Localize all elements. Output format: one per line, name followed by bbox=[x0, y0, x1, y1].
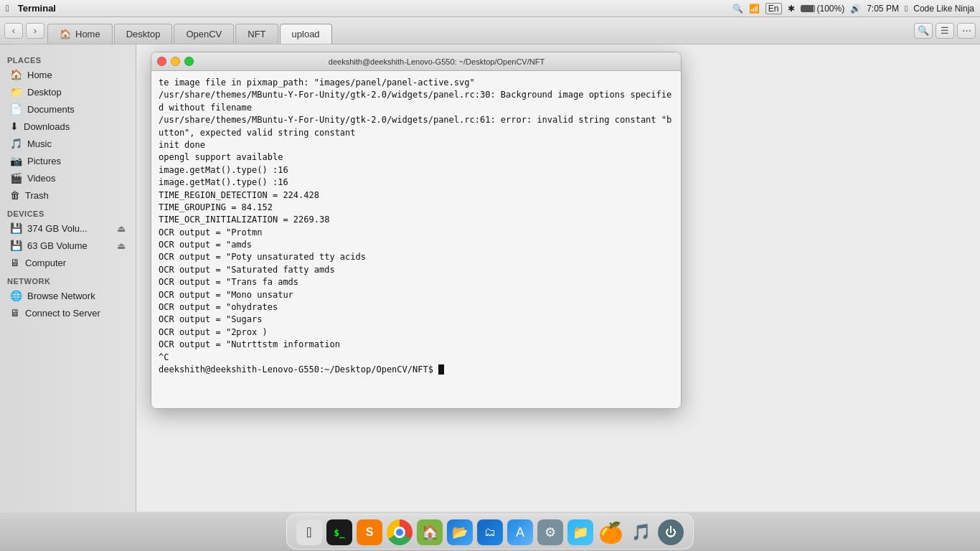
settings-dock-icon: ⚙ bbox=[537, 519, 563, 545]
dock:  $_ S 🏠 📂 🗂 A ⚙ 📁 bbox=[0, 512, 980, 551]
menu-button[interactable]: ☰ bbox=[936, 23, 954, 39]
back-button[interactable]: ‹ bbox=[4, 23, 23, 39]
desktop-icon: 📁 bbox=[10, 86, 22, 98]
sidebar-item-pictures[interactable]: 📷 Pictures bbox=[3, 152, 133, 169]
bluetooth-icon: ✱ bbox=[788, 4, 795, 14]
sidebar-item-device-374[interactable]: 💾 374 GB Volu... ⏏ bbox=[3, 220, 133, 237]
toolbar-actions: 🔍 ☰ ⋯ bbox=[914, 23, 976, 39]
content-area: deekshith@deekshith-Lenovo-G550: ~/Deskt… bbox=[136, 44, 980, 512]
files-dock-icon: 📂 bbox=[447, 519, 473, 545]
folder-dock-icon: 📁 bbox=[567, 519, 593, 545]
terminal-cursor bbox=[438, 364, 444, 375]
dock-home[interactable]: 🏠 bbox=[416, 519, 443, 546]
main-area: Places 🏠 Home 📁 Desktop 📄 Documents ⬇ Do… bbox=[0, 44, 980, 512]
language-indicator[interactable]: En bbox=[765, 3, 782, 14]
clock: 7:05 PM bbox=[867, 4, 899, 14]
terminal-title: deekshith@deekshith-Lenovo-G550: ~/Deskt… bbox=[198, 57, 675, 66]
tab-desktop[interactable]: Desktop bbox=[114, 24, 173, 44]
sidebar-item-computer[interactable]: 🖥 Computer bbox=[3, 254, 133, 271]
downloads-icon: ⬇ bbox=[10, 121, 19, 132]
device-374-icon: 💾 bbox=[10, 222, 22, 234]
grid-button[interactable]: ⋯ bbox=[957, 23, 976, 39]
sidebar: Places 🏠 Home 📁 Desktop 📄 Documents ⬇ Do… bbox=[0, 44, 136, 512]
minimize-button[interactable] bbox=[171, 57, 180, 66]
maximize-button[interactable] bbox=[184, 57, 194, 66]
notes-dock-icon: 🎵 bbox=[628, 519, 654, 545]
terminal-body[interactable]: te image file in pixmap_path: "images/pa… bbox=[151, 71, 681, 408]
sidebar-item-downloads[interactable]: ⬇ Downloads bbox=[3, 118, 133, 135]
menubar:  Terminal 🔍 📶 En ✱ (100%) 🔊 7:05 PM  C… bbox=[0, 0, 980, 17]
browse-network-icon: 🌐 bbox=[10, 290, 22, 301]
sidebar-item-device-63[interactable]: 💾 63 GB Volume ⏏ bbox=[3, 237, 133, 254]
tab-upload[interactable]: upload bbox=[280, 24, 332, 44]
appstore-dock-icon: A bbox=[507, 519, 533, 545]
sublime-dock-icon: S bbox=[357, 519, 382, 545]
app-name[interactable]: Terminal bbox=[18, 3, 56, 14]
volume-icon[interactable]: 🔊 bbox=[850, 4, 861, 14]
forward-button[interactable]: › bbox=[26, 23, 44, 39]
dock-fruit[interactable]: 🍊 bbox=[597, 519, 624, 546]
network-section-label: Network bbox=[0, 274, 136, 287]
eject-63-button[interactable]: ⏏ bbox=[117, 240, 126, 251]
dock-chrome[interactable] bbox=[386, 519, 413, 546]
home-tab-icon: 🏠 bbox=[60, 29, 71, 39]
search-button[interactable]: 🔍 bbox=[914, 23, 933, 39]
sidebar-item-music[interactable]: 🎵 Music bbox=[3, 135, 133, 152]
file-manager-window: ‹ › 🏠 Home Desktop OpenCV NFT upload 🔍 ☰… bbox=[0, 17, 980, 512]
dock-folder[interactable]: 📁 bbox=[567, 519, 594, 546]
terminal-dock-icon: $_ bbox=[326, 519, 352, 545]
sidebar-item-trash[interactable]: 🗑 Trash bbox=[3, 187, 133, 204]
sidebar-item-browse-network[interactable]: 🌐 Browse Network bbox=[3, 287, 133, 304]
terminal-titlebar: deekshith@deekshith-Lenovo-G550: ~/Deskt… bbox=[151, 52, 681, 71]
dock-files[interactable]: 📂 bbox=[446, 519, 473, 546]
dock-apple[interactable]:  bbox=[296, 519, 323, 546]
computer-icon: 🖥 bbox=[10, 257, 20, 268]
tab-home[interactable]: 🏠 Home bbox=[47, 24, 113, 44]
devices-section-label: Devices bbox=[0, 207, 136, 220]
music-icon: 🎵 bbox=[10, 138, 22, 149]
close-button[interactable] bbox=[157, 57, 166, 66]
device-63-icon: 💾 bbox=[10, 240, 22, 251]
sidebar-item-home[interactable]: 🏠 Home bbox=[3, 66, 133, 83]
terminal-window: deekshith@deekshith-Lenovo-G550: ~/Deskt… bbox=[151, 52, 682, 409]
connect-server-icon: 🖥 bbox=[10, 307, 20, 319]
dock-notes[interactable]: 🎵 bbox=[627, 519, 654, 546]
dock-finder[interactable]: 🗂 bbox=[476, 519, 504, 546]
dock-settings[interactable]: ⚙ bbox=[537, 519, 564, 546]
sidebar-item-documents[interactable]: 📄 Documents bbox=[3, 100, 133, 118]
sidebar-item-desktop[interactable]: 📁 Desktop bbox=[3, 83, 133, 100]
dock-power[interactable]: ⏻ bbox=[657, 519, 684, 546]
fruit-dock-icon: 🍊 bbox=[598, 519, 623, 545]
tab-bar: 🏠 Home Desktop OpenCV NFT upload bbox=[47, 17, 911, 44]
dock-sublime[interactable]: S bbox=[356, 519, 383, 546]
terminal-prompt: deekshith@deekshith-Lenovo-G550:~/Deskto… bbox=[159, 364, 438, 375]
sidebar-item-videos[interactable]: 🎬 Videos bbox=[3, 169, 133, 187]
dock-terminal[interactable]: $_ bbox=[326, 519, 353, 546]
home-dock-icon: 🏠 bbox=[417, 519, 443, 545]
trash-icon: 🗑 bbox=[10, 189, 20, 201]
places-section-label: Places bbox=[0, 53, 136, 66]
tab-opencv[interactable]: OpenCV bbox=[174, 24, 234, 44]
toolbar: ‹ › 🏠 Home Desktop OpenCV NFT upload 🔍 ☰… bbox=[0, 17, 980, 44]
apple-dock-icon:  bbox=[296, 519, 322, 545]
tab-nft[interactable]: NFT bbox=[235, 24, 278, 44]
wifi-icon: 📶 bbox=[749, 4, 760, 14]
apple-brand-icon:  bbox=[905, 4, 908, 14]
documents-icon: 📄 bbox=[10, 103, 22, 115]
finder-dock-icon: 🗂 bbox=[477, 519, 503, 545]
chrome-dock-icon bbox=[387, 519, 413, 545]
apple-menu-icon[interactable]:  bbox=[6, 3, 9, 14]
pictures-icon: 📷 bbox=[10, 155, 22, 166]
dock-appstore[interactable]: A bbox=[507, 519, 534, 546]
dock-inner:  $_ S 🏠 📂 🗂 A ⚙ 📁 bbox=[286, 514, 694, 550]
power-dock-icon: ⏻ bbox=[658, 519, 684, 545]
terminal-output: te image file in pixmap_path: "images/pa… bbox=[159, 77, 674, 376]
eject-374-button[interactable]: ⏏ bbox=[117, 223, 126, 234]
search-icon[interactable]: 🔍 bbox=[732, 4, 743, 14]
videos-icon: 🎬 bbox=[10, 172, 22, 184]
battery-status: (100%) bbox=[801, 4, 845, 14]
brand-name: Code Like Ninja bbox=[913, 4, 974, 14]
home-icon: 🏠 bbox=[10, 69, 22, 80]
sidebar-item-connect-server[interactable]: 🖥 Connect to Server bbox=[3, 304, 133, 321]
